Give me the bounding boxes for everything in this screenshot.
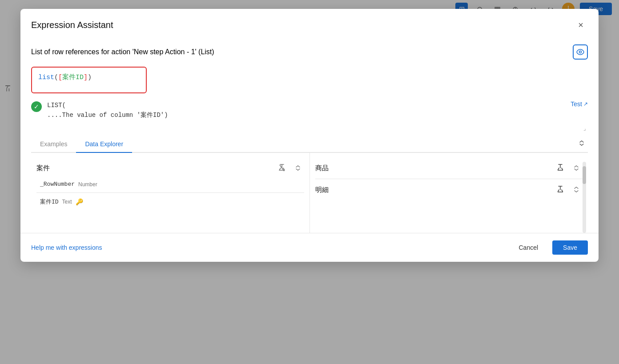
data-explorer: 案件	[31, 153, 588, 233]
desc-prefix: List of row references for action	[31, 48, 133, 56]
col-type-id: Text	[62, 199, 72, 205]
svg-point-0	[579, 51, 582, 53]
description-row: List of row references for action 'New s…	[31, 39, 588, 67]
column-row-id[interactable]: 案件ID Text 🔑	[31, 195, 310, 209]
tabs-collapse-button[interactable]	[575, 137, 588, 151]
modal-header: Expression Assistant ×	[20, 9, 599, 39]
close-button[interactable]: ×	[574, 18, 588, 32]
pin-shomhin-icon	[558, 164, 563, 172]
preview-button[interactable]	[573, 44, 588, 60]
expr-open-bracket: [	[58, 74, 62, 81]
expand-shomhin-icon	[573, 165, 579, 171]
col-name-id: 案件ID	[40, 198, 59, 206]
data-explorer-left: 案件	[31, 153, 310, 233]
table-name-meisai: 明細	[315, 186, 551, 194]
left-table-section: 案件	[31, 158, 310, 178]
eval-line1: LIST(	[47, 100, 168, 110]
eval-test: Test ↗	[571, 100, 588, 108]
left-table-name: 案件	[36, 164, 272, 172]
description-text: List of row references for action 'New s…	[31, 48, 214, 56]
collapse-icon	[578, 140, 585, 147]
pin-shomhin-button[interactable]	[554, 162, 567, 174]
unpin-button[interactable]	[276, 162, 288, 174]
collapse-table-icon	[295, 165, 301, 171]
collapse-table-button[interactable]	[292, 162, 304, 174]
eval-content: LIST( ....The value of column '案件ID')	[47, 100, 168, 120]
save-button[interactable]: Save	[552, 240, 588, 255]
eval-row: ✓ LIST( ....The value of column '案件ID') …	[31, 97, 588, 124]
table-name-shomhin: 商品	[315, 164, 551, 172]
eye-icon	[576, 49, 584, 55]
scrollbar-track[interactable]	[583, 162, 586, 233]
col-type-rownumber: Number	[78, 181, 97, 188]
eval-area: ✓ LIST( ....The value of column '案件ID') …	[31, 97, 588, 132]
expr-close-paren: )	[88, 74, 92, 81]
expand-meisai-icon	[573, 187, 579, 193]
tabs-row: Examples Data Explorer	[31, 136, 588, 153]
desc-action-name: 'New step Action - 1'	[133, 48, 197, 56]
expression-editor[interactable]: list([案件ID])	[31, 67, 147, 93]
resize-handle[interactable]: ⌟	[583, 125, 586, 132]
cancel-button[interactable]: Cancel	[510, 240, 547, 255]
right-divider	[315, 179, 583, 179]
pin-meisai-icon	[558, 186, 563, 194]
modal-footer: Help me with expressions Cancel Save	[20, 233, 599, 262]
expr-field: 案件ID	[62, 74, 84, 81]
pin-meisai-button[interactable]	[554, 184, 567, 196]
desc-type: (List)	[198, 48, 214, 56]
right-table-shomhin: 商品	[310, 158, 588, 178]
expr-open-paren: (	[54, 74, 58, 81]
right-table-meisai: 明細	[310, 180, 588, 200]
help-link[interactable]: Help me with expressions	[31, 244, 102, 251]
footer-actions: Cancel Save	[510, 240, 588, 255]
expr-close-bracket: ]	[84, 74, 88, 81]
expr-list: list	[38, 74, 54, 81]
expand-meisai-button[interactable]	[570, 184, 583, 196]
column-divider	[36, 192, 304, 193]
test-button[interactable]: Test ↗	[571, 100, 588, 108]
eval-check-icon: ✓	[31, 101, 42, 112]
modal-title: Expression Assistant	[31, 20, 113, 30]
tab-examples[interactable]: Examples	[31, 136, 76, 152]
expand-shomhin-button[interactable]	[570, 162, 583, 174]
modal-overlay: Expression Assistant × List of row refer…	[0, 0, 619, 364]
eval-line2: ....The value of column '案件ID')	[47, 110, 168, 120]
col-name-rownumber: _RowNumber	[40, 181, 75, 188]
unpin-icon	[279, 164, 285, 172]
scrollbar-thumb[interactable]	[583, 166, 586, 184]
expression-assistant-modal: Expression Assistant × List of row refer…	[20, 9, 599, 262]
key-icon: 🔑	[76, 198, 83, 205]
column-row-rownumber[interactable]: _RowNumber Number	[31, 178, 310, 191]
external-link-icon: ↗	[583, 101, 588, 107]
data-explorer-right: 商品	[310, 153, 588, 233]
modal-body: List of row references for action 'New s…	[20, 39, 599, 233]
tab-data-explorer[interactable]: Data Explorer	[76, 136, 132, 152]
